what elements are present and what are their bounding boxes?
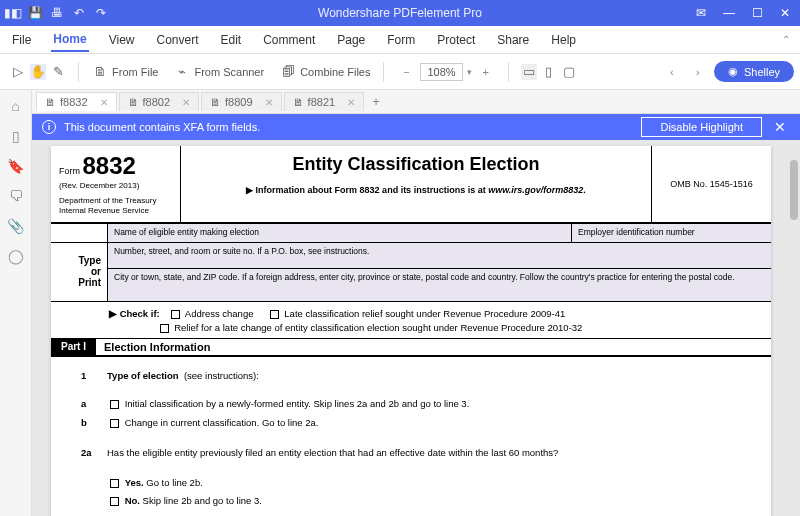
from-file-icon: 🗎: [92, 64, 108, 80]
menu-share[interactable]: Share: [495, 29, 531, 51]
scanner-icon: ⌁: [174, 64, 190, 80]
line-2a-text: Has the eligible entity previously filed…: [107, 446, 761, 460]
banner-message: This document contains XFA form fields.: [64, 121, 633, 133]
tab-close-icon[interactable]: ✕: [347, 97, 355, 108]
save-icon[interactable]: 💾: [26, 4, 44, 22]
attachments-icon[interactable]: 📎: [6, 216, 26, 236]
tab-label: f8821: [308, 96, 336, 108]
checkbox-late-relief-2010[interactable]: [160, 324, 169, 333]
zoom-in-button[interactable]: +: [476, 62, 496, 82]
menu-view[interactable]: View: [107, 29, 137, 51]
mail-icon[interactable]: ✉: [690, 2, 712, 24]
part1-title: Election Information: [96, 339, 218, 355]
prev-button[interactable]: ‹: [662, 62, 682, 82]
checkbox-2a-no[interactable]: [110, 497, 119, 506]
divider: [78, 62, 79, 82]
tab-close-icon[interactable]: ✕: [265, 97, 273, 108]
form-info: ▶ Information about Form 8832 and its in…: [187, 185, 645, 195]
minimize-button[interactable]: —: [718, 2, 740, 24]
window-controls: ✉ — ☐ ✕: [690, 2, 796, 24]
tab-close-icon[interactable]: ✕: [182, 97, 190, 108]
zoom-value[interactable]: 108%: [420, 63, 462, 81]
window-title: Wondershare PDFelement Pro: [110, 6, 690, 20]
menu-form[interactable]: Form: [385, 29, 417, 51]
fit-width-icon[interactable]: ▯: [541, 64, 557, 80]
menu-page[interactable]: Page: [335, 29, 367, 51]
sidebar: ⌂ ▯ 🔖 🗨 📎 ◯: [0, 90, 32, 516]
checkbox-address-change[interactable]: [171, 310, 180, 319]
from-scanner-button[interactable]: ⌁ From Scanner: [169, 61, 269, 83]
vertical-scrollbar[interactable]: [790, 160, 798, 220]
checkbox-late-relief-2009[interactable]: [270, 310, 279, 319]
menubar: File Home View Convert Edit Comment Page…: [0, 26, 800, 54]
tab-f8802[interactable]: 🗎f8802✕: [119, 92, 200, 111]
banner-close-icon[interactable]: ✕: [770, 119, 790, 135]
menu-collapse-icon[interactable]: ⌃: [782, 34, 790, 45]
from-file-label: From File: [112, 66, 158, 78]
user-icon: ◉: [728, 65, 738, 78]
menu-comment[interactable]: Comment: [261, 29, 317, 51]
name-field-label: Name of eligible entity making election: [107, 224, 571, 242]
line-2a-no: 2a: [81, 446, 107, 460]
divider: [508, 62, 509, 82]
checkbox-2a-yes[interactable]: [110, 479, 119, 488]
titlebar-quick-actions: ▮◧ 💾 🖶 ↶ ↷: [4, 4, 110, 22]
pdf-page: Form 8832 (Rev. December 2013) Departmen…: [51, 146, 771, 516]
fit-page-icon[interactable]: ▭: [521, 64, 537, 80]
combine-files-button[interactable]: 🗐 Combine Files: [275, 61, 375, 83]
tab-label: f8832: [60, 96, 88, 108]
zoom-out-button[interactable]: −: [396, 62, 416, 82]
line-b-no: b: [81, 416, 107, 430]
bookmarks-icon[interactable]: 🔖: [6, 156, 26, 176]
redo-icon[interactable]: ↷: [92, 4, 110, 22]
from-file-button[interactable]: 🗎 From File: [87, 61, 163, 83]
menu-protect[interactable]: Protect: [435, 29, 477, 51]
document-viewport[interactable]: Form 8832 (Rev. December 2013) Departmen…: [32, 140, 800, 516]
tab-close-icon[interactable]: ✕: [100, 97, 108, 108]
form-revision: (Rev. December 2013): [59, 181, 172, 191]
home-icon[interactable]: ⌂: [6, 96, 26, 116]
line-a-no: a: [81, 397, 107, 411]
user-pill[interactable]: ◉ Shelley: [714, 61, 794, 82]
thumbnails-icon[interactable]: ▯: [6, 126, 26, 146]
tab-f8821[interactable]: 🗎f8821✕: [284, 92, 365, 111]
select-tool-icon[interactable]: ▷: [10, 64, 26, 80]
tab-f8832[interactable]: 🗎f8832✕: [36, 92, 117, 111]
tab-doc-icon: 🗎: [293, 96, 304, 108]
menu-home[interactable]: Home: [51, 28, 88, 52]
tab-label: f8809: [225, 96, 253, 108]
fit-actual-icon[interactable]: ▢: [561, 64, 577, 80]
combine-icon: 🗐: [280, 64, 296, 80]
menu-help[interactable]: Help: [549, 29, 578, 51]
check-if-section: ▶ Check if: Address change Late classifi…: [51, 302, 771, 340]
edit-tool-icon[interactable]: ✎: [50, 64, 66, 80]
comments-icon[interactable]: 🗨: [6, 186, 26, 206]
hand-tool-icon[interactable]: ✋: [30, 64, 46, 80]
close-button[interactable]: ✕: [774, 2, 796, 24]
dept-label: Department of the Treasury: [59, 196, 172, 206]
info-icon: i: [42, 120, 56, 134]
combine-label: Combine Files: [300, 66, 370, 78]
part1-tag: Part I: [51, 339, 96, 355]
city-field-label[interactable]: City or town, state, and ZIP code. If a …: [107, 269, 771, 301]
street-field-label[interactable]: Number, street, and room or suite no. If…: [107, 243, 771, 269]
tab-f8809[interactable]: 🗎f8809✕: [201, 92, 282, 111]
tab-label: f8802: [143, 96, 171, 108]
checkbox-change-classification[interactable]: [110, 419, 119, 428]
menu-edit[interactable]: Edit: [219, 29, 244, 51]
document-tabbar: 🗎f8832✕ 🗎f8802✕ 🗎f8809✕ 🗎f8821✕ +: [32, 90, 800, 114]
disable-highlight-button[interactable]: Disable Highlight: [641, 117, 762, 137]
tab-add-button[interactable]: +: [366, 92, 386, 111]
menu-file[interactable]: File: [10, 29, 33, 51]
menu-convert[interactable]: Convert: [154, 29, 200, 51]
next-button[interactable]: ›: [688, 62, 708, 82]
undo-icon[interactable]: ↶: [70, 4, 88, 22]
search-sidebar-icon[interactable]: ◯: [6, 246, 26, 266]
checkbox-initial-classification[interactable]: [110, 400, 119, 409]
zoom-chevron-icon[interactable]: ▾: [467, 67, 472, 77]
tab-doc-icon: 🗎: [45, 96, 56, 108]
print-icon[interactable]: 🖶: [48, 4, 66, 22]
form-word: Form: [59, 166, 80, 176]
irs-label: Internal Revenue Service: [59, 206, 172, 216]
maximize-button[interactable]: ☐: [746, 2, 768, 24]
